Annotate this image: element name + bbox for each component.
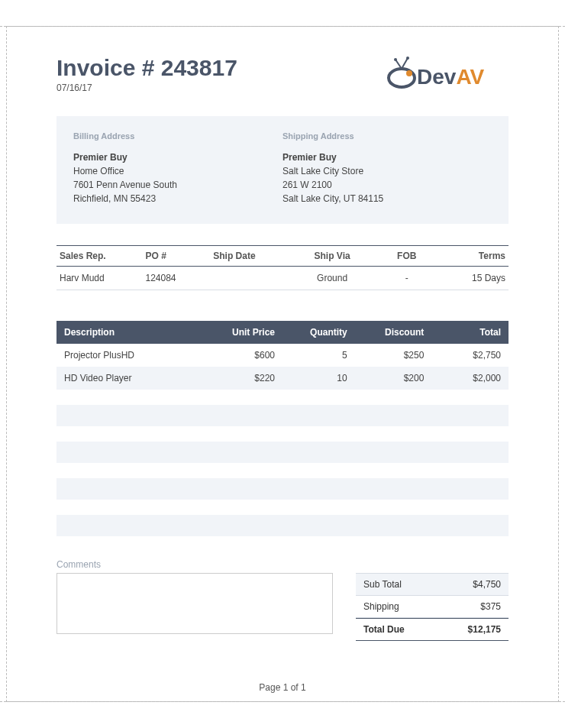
item-unit-price: $600	[210, 344, 282, 367]
shipping-line: Salt Lake City, UT 84115	[282, 192, 492, 205]
billing-line: Home Office	[73, 164, 282, 178]
shipping-line: 261 W 2100	[282, 178, 492, 192]
meta-header-terms: Terms	[441, 245, 508, 266]
brand-logo: DevAV	[386, 55, 508, 90]
items-table: Description Unit Price Quantity Discount…	[56, 321, 508, 390]
item-description: Projector PlusHD	[56, 344, 210, 367]
meta-header-ship-date: Ship Date	[210, 245, 292, 266]
billing-line: 7601 Penn Avenue South	[73, 178, 282, 192]
item-total: $2,000	[431, 367, 508, 390]
items-header-unit-price: Unit Price	[210, 321, 282, 344]
item-total: $2,750	[431, 344, 508, 367]
svg-point-1	[406, 70, 412, 76]
page-footer: Page 1 of 1	[0, 682, 565, 693]
meta-row: Harv Mudd 124084 Ground - 15 Days	[56, 266, 508, 290]
totals: Sub Total $4,750 Shipping $375 Total Due…	[356, 573, 508, 641]
shipping-value: $375	[480, 601, 501, 612]
svg-line-3	[402, 58, 408, 69]
meta-header-ship-via: Ship Via	[292, 245, 373, 266]
billing-line: Richfield, MN 55423	[73, 192, 282, 205]
invoice-title: Invoice # 243817	[56, 55, 237, 81]
item-discount: $200	[355, 367, 432, 390]
meta-po: 124084	[142, 266, 210, 290]
items-row: Projector PlusHD $600 5 $250 $2,750	[56, 344, 508, 367]
item-quantity: 5	[282, 344, 355, 367]
items-header-quantity: Quantity	[282, 321, 355, 344]
shipping-address: Shipping Address Premier Buy Salt Lake C…	[282, 130, 492, 205]
items-row: HD Video Player $220 10 $200 $2,000	[56, 367, 508, 390]
total-due-label: Total Due	[363, 624, 405, 635]
comments-box[interactable]	[56, 573, 333, 634]
meta-fob: -	[373, 266, 441, 290]
items-header-description: Description	[56, 321, 210, 344]
shipping-company: Premier Buy	[282, 150, 492, 164]
subtotal-value: $4,750	[473, 579, 501, 590]
item-quantity: 10	[282, 367, 355, 390]
meta-terms: 15 Days	[441, 266, 508, 290]
meta-header-fob: FOB	[373, 245, 441, 266]
svg-text:DevAV: DevAV	[417, 65, 485, 89]
svg-point-5	[406, 57, 409, 60]
meta-table: Sales Rep. PO # Ship Date Ship Via FOB T…	[56, 245, 508, 290]
item-description: HD Video Player	[56, 367, 210, 390]
item-unit-price: $220	[210, 367, 282, 390]
meta-header-sales-rep: Sales Rep.	[56, 245, 142, 266]
meta-ship-date	[210, 266, 292, 290]
shipping-label: Shipping	[363, 601, 399, 612]
shipping-label: Shipping Address	[282, 130, 492, 143]
subtotal-label: Sub Total	[363, 579, 402, 590]
empty-rows	[56, 405, 508, 536]
svg-line-2	[396, 60, 402, 69]
billing-label: Billing Address	[73, 130, 282, 143]
item-discount: $250	[355, 344, 432, 367]
meta-ship-via: Ground	[292, 266, 373, 290]
meta-header-po: PO #	[142, 245, 210, 266]
items-header-discount: Discount	[355, 321, 432, 344]
items-header-total: Total	[431, 321, 508, 344]
invoice-date: 07/16/17	[56, 83, 237, 93]
billing-address: Billing Address Premier Buy Home Office …	[73, 130, 282, 205]
total-due-value: $12,175	[468, 624, 501, 635]
svg-point-4	[394, 58, 397, 61]
shipping-line: Salt Lake City Store	[282, 164, 492, 178]
address-block: Billing Address Premier Buy Home Office …	[56, 116, 508, 224]
meta-sales-rep: Harv Mudd	[56, 266, 142, 290]
billing-company: Premier Buy	[73, 150, 282, 164]
comments-label: Comments	[56, 559, 333, 570]
